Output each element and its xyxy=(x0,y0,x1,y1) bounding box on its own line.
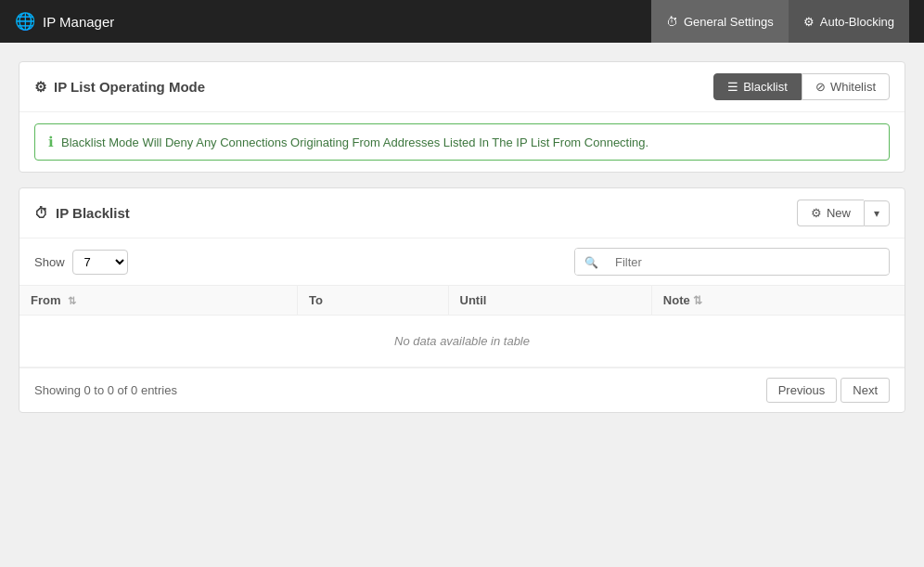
whitelist-mode-button[interactable]: Whitelist xyxy=(802,73,890,100)
ban-icon xyxy=(815,80,826,94)
col-to: To xyxy=(298,286,448,316)
whitelist-mode-label: Whitelist xyxy=(830,80,876,94)
blacklist-card: IP Blacklist New Show 7 10 25 5 xyxy=(19,187,905,413)
mode-toggle: Blacklist Whitelist xyxy=(713,73,890,100)
new-button[interactable]: New xyxy=(797,200,864,226)
show-label: Show xyxy=(34,255,65,269)
previous-button[interactable]: Previous xyxy=(766,378,838,403)
mode-card: IP List Operating Mode Blacklist Whiteli… xyxy=(19,61,905,173)
brand: IP Manager xyxy=(15,11,651,32)
chevron-down-icon xyxy=(874,207,879,220)
filter-input[interactable] xyxy=(608,251,889,274)
sort-icon-from: ⇅ xyxy=(68,295,76,307)
search-icon xyxy=(584,254,598,269)
info-icon xyxy=(48,134,54,150)
blacklist-table: From ⇅ To Until Note ⇅ xyxy=(19,285,905,367)
no-data-cell: No data available in table xyxy=(19,316,905,367)
col-from-label: From xyxy=(31,293,61,307)
new-button-label: New xyxy=(827,206,851,220)
filter-box xyxy=(574,248,890,276)
col-from: From ⇅ xyxy=(19,286,298,316)
mode-title-text: IP List Operating Mode xyxy=(54,79,205,95)
gear-icon-autoblocking xyxy=(803,15,815,29)
clock-icon-blacklist xyxy=(34,205,48,221)
col-note-label: Note xyxy=(663,293,690,307)
previous-label: Previous xyxy=(778,383,826,397)
clock-icon xyxy=(666,15,678,29)
no-data-text: No data available in table xyxy=(394,334,530,348)
alert-text: Blacklist Mode Will Deny Any Connections… xyxy=(61,135,648,149)
col-note: Note ⇅ xyxy=(651,286,905,316)
top-navigation: IP Manager General Settings Auto-Blockin… xyxy=(0,0,924,43)
general-settings-label: General Settings xyxy=(684,15,774,29)
next-label: Next xyxy=(853,383,878,397)
pagination-row: Showing 0 to 0 of 0 entries Previous Nex… xyxy=(19,367,905,412)
col-until: Until xyxy=(448,286,651,316)
show-entries: Show 7 10 25 50 100 xyxy=(34,250,128,275)
auto-blocking-button[interactable]: Auto-Blocking xyxy=(789,0,909,43)
blacklist-title-text: IP Blacklist xyxy=(56,205,130,221)
list-icon xyxy=(727,80,738,94)
table-controls: Show 7 10 25 50 100 xyxy=(19,238,905,285)
show-select[interactable]: 7 10 25 50 100 xyxy=(72,250,128,275)
search-icon-wrap xyxy=(575,249,608,275)
mode-card-header: IP List Operating Mode Blacklist Whiteli… xyxy=(19,62,905,112)
mode-card-title: IP List Operating Mode xyxy=(34,79,205,96)
blacklist-title: IP Blacklist xyxy=(34,205,130,221)
auto-blocking-label: Auto-Blocking xyxy=(820,15,894,29)
mode-card-body: Blacklist Mode Will Deny Any Connections… xyxy=(19,112,905,172)
globe-icon xyxy=(15,11,35,32)
new-button-group: New xyxy=(797,200,890,226)
showing-text: Showing 0 to 0 of 0 entries xyxy=(34,383,177,397)
gear-icon-mode xyxy=(34,79,46,96)
new-dropdown-button[interactable] xyxy=(864,200,890,226)
brand-label: IP Manager xyxy=(43,14,114,30)
blacklist-card-header: IP Blacklist New xyxy=(19,188,905,238)
general-settings-button[interactable]: General Settings xyxy=(651,0,789,43)
next-button[interactable]: Next xyxy=(841,378,890,403)
col-to-label: To xyxy=(309,293,323,307)
cog-icon-new xyxy=(811,206,822,220)
mode-alert: Blacklist Mode Will Deny Any Connections… xyxy=(34,123,890,161)
pagination-buttons: Previous Next xyxy=(766,378,890,403)
page-content: IP List Operating Mode Blacklist Whiteli… xyxy=(0,43,924,446)
col-until-label: Until xyxy=(460,293,487,307)
note-sort-icon: ⇅ xyxy=(693,294,702,307)
top-nav-actions: General Settings Auto-Blocking xyxy=(651,0,909,43)
table-header: From ⇅ To Until Note ⇅ xyxy=(19,286,905,316)
blacklist-mode-label: Blacklist xyxy=(743,80,788,94)
no-data-row: No data available in table xyxy=(19,316,905,367)
table-body: No data available in table xyxy=(19,316,905,367)
blacklist-mode-button[interactable]: Blacklist xyxy=(713,73,802,100)
